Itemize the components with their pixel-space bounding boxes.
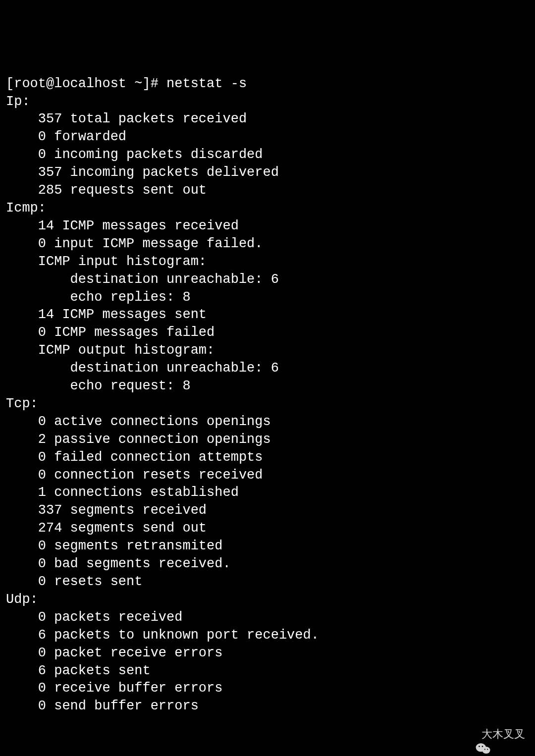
udp-line: 6 packets sent	[6, 663, 151, 678]
udp-line: 0 receive buffer errors	[6, 681, 222, 696]
icmp-line: 0 ICMP messages failed	[6, 325, 214, 340]
tcp-header: Tcp:	[6, 396, 38, 411]
tcp-line: 0 resets sent	[6, 574, 142, 589]
prompt: [root@localhost ~]#	[6, 76, 166, 91]
svg-point-2	[479, 746, 481, 747]
icmp-line: 0 input ICMP message failed.	[6, 236, 263, 251]
icmp-line: destination unreachable: 6	[6, 272, 279, 287]
udp-line: 0 packet receive errors	[6, 646, 222, 660]
icmp-line: 14 ICMP messages sent	[6, 307, 207, 322]
watermark: 大木叉叉	[464, 727, 525, 741]
svg-point-3	[482, 746, 483, 747]
ip-header: Ip:	[6, 94, 30, 109]
tcp-line: 1 connections established	[6, 485, 239, 500]
tcp-line: 0 bad segments received.	[6, 556, 231, 571]
tcp-line: 337 segments received	[6, 503, 207, 518]
icmp-header: Icmp:	[6, 201, 46, 216]
command: netstat -s	[166, 76, 247, 91]
icmp-line: ICMP output histogram:	[6, 343, 214, 358]
udp-line: 0 send buffer errors	[6, 699, 199, 713]
icmp-line: destination unreachable: 6	[6, 361, 279, 376]
svg-point-4	[484, 749, 485, 750]
watermark-text: 大木叉叉	[482, 727, 525, 741]
tcp-line: 2 passive connection openings	[6, 432, 271, 447]
ip-line: 0 forwarded	[6, 129, 126, 144]
terminal-output: [root@localhost ~]# netstat -s Ip: 357 t…	[6, 75, 529, 716]
ip-line: 357 incoming packets delivered	[6, 165, 279, 180]
udp-header: Udp:	[6, 592, 38, 607]
icmp-line: echo request: 8	[6, 378, 191, 393]
ip-line: 285 requests sent out	[6, 183, 207, 198]
tcp-line: 274 segments send out	[6, 521, 207, 536]
icmp-line: ICMP input histogram:	[6, 254, 207, 269]
tcp-line: 0 connection resets received	[6, 468, 263, 483]
wechat-icon	[464, 728, 479, 740]
ip-line: 357 total packets received	[6, 111, 247, 126]
tcp-line: 0 failed connection attempts	[6, 450, 263, 465]
ip-line: 0 incoming packets discarded	[6, 147, 263, 162]
icmp-line: echo replies: 8	[6, 290, 191, 305]
udp-line: 6 packets to unknown port received.	[6, 628, 319, 643]
tcp-line: 0 active connections openings	[6, 414, 271, 429]
svg-point-5	[487, 749, 488, 750]
svg-point-1	[482, 747, 490, 754]
udp-line: 0 packets received	[6, 610, 182, 625]
icmp-line: 14 ICMP messages received	[6, 218, 239, 233]
tcp-line: 0 segments retransmited	[6, 539, 222, 553]
